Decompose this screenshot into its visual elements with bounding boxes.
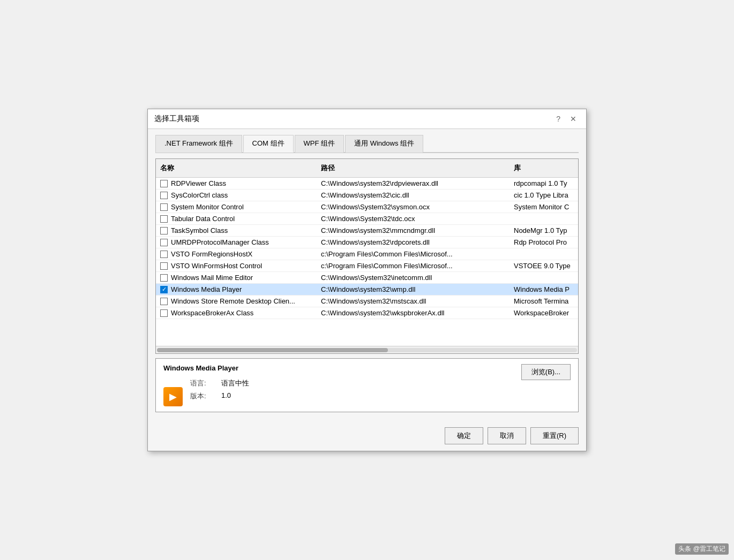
row-checkbox[interactable]	[160, 262, 168, 270]
info-left: Windows Media Player ▶ 语言: 语言中性 版本: 1.0	[163, 364, 514, 406]
help-button[interactable]: ?	[553, 113, 564, 124]
row-checkbox[interactable]	[160, 180, 168, 187]
cell-path: c:\Program Files\Common Files\Microsof..…	[317, 260, 510, 271]
row-name-text: Tabular Data Control	[171, 215, 235, 223]
dialog-body: .NET Framework 组件 COM 组件 WPF 组件 通用 Windo…	[148, 129, 586, 423]
row-name-text: VSTO WinFormsHost Control	[171, 262, 262, 270]
table-row[interactable]: Tabular Data ControlC:\Windows\System32\…	[156, 213, 578, 225]
tab-bar: .NET Framework 组件 COM 组件 WPF 组件 通用 Windo…	[155, 134, 579, 153]
row-checkbox[interactable]	[160, 298, 168, 305]
table-row[interactable]: RDPViewer ClassC:\Windows\system32\rdpvi…	[156, 178, 578, 190]
row-name-text: Windows Store Remote Desktop Clien...	[171, 297, 295, 305]
tab-com[interactable]: COM 组件	[243, 135, 294, 153]
cell-name: RDPViewer Class	[156, 178, 317, 189]
version-value: 1.0	[221, 391, 231, 401]
component-table: 名称 路径 库 RDPViewer ClassC:\Windows\system…	[155, 158, 579, 354]
lang-label: 语言:	[190, 379, 217, 388]
col-lib: 库	[510, 161, 578, 175]
cell-path: C:\Windows\system32\mstscax.dll	[317, 296, 510, 307]
cell-name: Windows Mail Mime Editor	[156, 272, 317, 283]
row-name-text: VSTO FormRegionsHostX	[171, 250, 252, 258]
row-name-text: SysColorCtrl class	[171, 191, 228, 199]
cell-name: VSTO FormRegionsHostX	[156, 248, 317, 260]
cell-lib: Rdp Protocol Pro	[510, 237, 578, 248]
cell-lib: VSTOEE 9.0 Type	[510, 260, 578, 271]
row-name-text: Windows Mail Mime Editor	[171, 274, 253, 282]
table-row[interactable]: System Monitor ControlC:\Windows\System3…	[156, 201, 578, 213]
row-checkbox[interactable]	[160, 192, 168, 199]
row-name-text: Windows Media Player	[171, 285, 242, 293]
close-button[interactable]: ✕	[567, 113, 580, 124]
watermark: 头条 @雷工笔记	[675, 543, 729, 555]
cell-lib: rdpcomapi 1.0 Ty	[510, 178, 578, 189]
cell-name: SysColorCtrl class	[156, 190, 317, 201]
tab-windows[interactable]: 通用 Windows 组件	[345, 135, 423, 153]
col-path: 路径	[317, 161, 510, 175]
table-row[interactable]: ✓Windows Media PlayerC:\Windows\system32…	[156, 284, 578, 296]
table-row[interactable]: VSTO WinFormsHost Controlc:\Program File…	[156, 260, 578, 272]
title-bar: 选择工具箱项 ? ✕	[148, 109, 586, 129]
row-name-text: TaskSymbol Class	[171, 226, 228, 234]
info-lang-row: 语言: 语言中性	[190, 379, 249, 388]
cell-path: C:\Windows\system32\wkspbrokerAx.dll	[317, 307, 510, 319]
info-panel: Windows Media Player ▶ 语言: 语言中性 版本: 1.0	[155, 358, 579, 412]
table-row[interactable]: WorkspaceBrokerAx ClassC:\Windows\system…	[156, 307, 578, 319]
cell-name: TaskSymbol Class	[156, 225, 317, 236]
version-label: 版本:	[190, 391, 217, 401]
cell-path: C:\Windows\System32\inetcomm.dll	[317, 272, 510, 283]
cell-path: C:\Windows\system32\wmp.dll	[317, 284, 510, 295]
cancel-button[interactable]: 取消	[488, 427, 526, 444]
cell-name: ✓Windows Media Player	[156, 284, 317, 295]
cell-name: UMRDPProtocolManager Class	[156, 237, 317, 248]
cell-lib	[510, 217, 578, 221]
cell-path: C:\Windows\system32\mmcndmgr.dll	[317, 225, 510, 236]
row-checkbox[interactable]	[160, 203, 168, 211]
table-row[interactable]: TaskSymbol ClassC:\Windows\system32\mmcn…	[156, 225, 578, 237]
cell-name: WorkspaceBrokerAx Class	[156, 307, 317, 319]
row-checkbox[interactable]	[160, 274, 168, 282]
table-row[interactable]: Windows Store Remote Desktop Clien...C:\…	[156, 296, 578, 307]
cell-lib	[510, 276, 578, 279]
row-checkbox[interactable]	[160, 239, 168, 246]
cell-lib: Microsoft Termina	[510, 296, 578, 307]
cell-lib: Windows Media P	[510, 284, 578, 295]
table-row[interactable]: UMRDPProtocolManager ClassC:\Windows\sys…	[156, 237, 578, 248]
row-name-text: WorkspaceBrokerAx Class	[171, 309, 253, 317]
info-version-row: 版本: 1.0	[190, 391, 249, 401]
cell-lib: cic 1.0 Type Libra	[510, 190, 578, 201]
browse-button[interactable]: 浏览(B)...	[521, 364, 571, 380]
table-row[interactable]: Windows Mail Mime EditorC:\Windows\Syste…	[156, 272, 578, 284]
horizontal-scrollbar[interactable]	[156, 346, 578, 353]
cell-name: VSTO WinFormsHost Control	[156, 260, 317, 271]
row-name-text: System Monitor Control	[171, 203, 244, 211]
cell-path: C:\Windows\System32\sysmon.ocx	[317, 201, 510, 213]
scrollbar-thumb	[157, 348, 388, 352]
row-checkbox[interactable]	[160, 251, 168, 258]
tab-dotnet[interactable]: .NET Framework 组件	[155, 135, 242, 153]
lang-value: 语言中性	[221, 379, 249, 388]
title-controls: ? ✕	[553, 113, 580, 124]
row-name-text: UMRDPProtocolManager Class	[171, 238, 269, 246]
row-name-text: RDPViewer Class	[171, 179, 226, 187]
row-checkbox[interactable]: ✓	[160, 286, 168, 293]
cell-path: C:\Windows\system32\rdpviewerax.dll	[317, 178, 510, 189]
table-header: 名称 路径 库	[156, 159, 578, 178]
col-name: 名称	[156, 161, 317, 175]
cell-lib: NodeMgr 1.0 Typ	[510, 225, 578, 236]
tab-wpf[interactable]: WPF 组件	[295, 135, 344, 153]
row-checkbox[interactable]	[160, 215, 168, 223]
table-row[interactable]: VSTO FormRegionsHostXc:\Program Files\Co…	[156, 248, 578, 260]
dialog-footer: 确定 取消 重置(R)	[148, 423, 586, 451]
row-checkbox[interactable]	[160, 227, 168, 234]
ok-button[interactable]: 确定	[445, 427, 483, 444]
cell-lib	[510, 253, 578, 256]
cell-path: C:\Windows\system32\cic.dll	[317, 190, 510, 201]
table-row[interactable]: SysColorCtrl classC:\Windows\system32\ci…	[156, 190, 578, 201]
cell-lib: WorkspaceBroker	[510, 307, 578, 319]
cell-path: C:\Windows\system32\rdpcorets.dll	[317, 237, 510, 248]
scrollbar-track	[157, 348, 577, 352]
reset-button[interactable]: 重置(R)	[530, 427, 579, 444]
info-details: 语言: 语言中性 版本: 1.0	[190, 379, 249, 401]
row-checkbox[interactable]	[160, 309, 168, 317]
component-icon: ▶	[163, 387, 183, 406]
